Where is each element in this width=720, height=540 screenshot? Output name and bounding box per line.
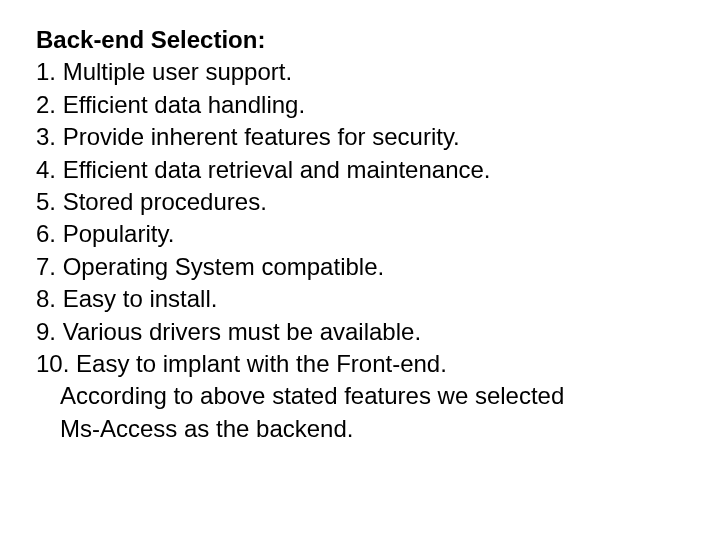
list-item: 10. Easy to implant with the Front-end. [36,348,684,380]
list-item: 8. Easy to install. [36,283,684,315]
page-title: Back-end Selection: [36,24,684,56]
list-item: 1. Multiple user support. [36,56,684,88]
list-item: 2. Efficient data handling. [36,89,684,121]
list-item: 7. Operating System compatible. [36,251,684,283]
conclusion-line: According to above stated features we se… [36,380,684,412]
list-item: 9. Various drivers must be available. [36,316,684,348]
list-item: 6. Popularity. [36,218,684,250]
list-item: 3. Provide inherent features for securit… [36,121,684,153]
conclusion-line: Ms-Access as the backend. [36,413,684,445]
list-item: 5. Stored procedures. [36,186,684,218]
list-item: 4. Efficient data retrieval and maintena… [36,154,684,186]
